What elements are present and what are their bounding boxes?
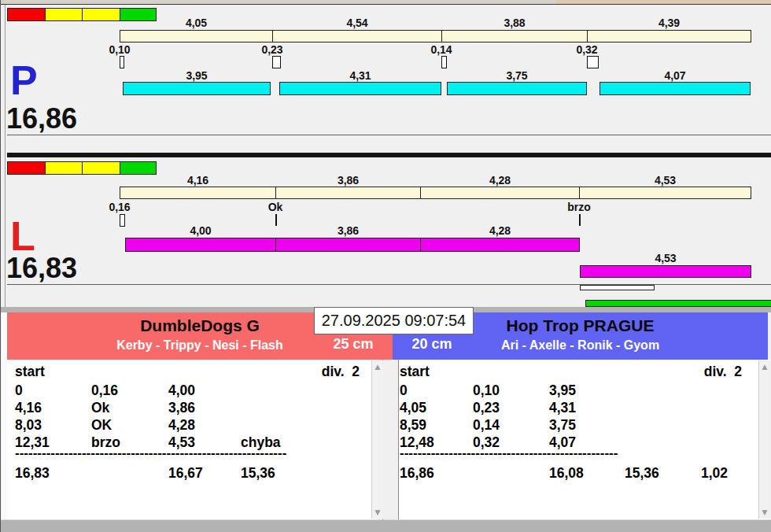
changeover-tick bbox=[579, 214, 581, 226]
changeover-time-label: brzo bbox=[544, 201, 614, 213]
jump-height-badge-right: 20 cm bbox=[408, 336, 456, 353]
changeover-time-label: Ok bbox=[240, 201, 311, 213]
split-time-label: 3,86 bbox=[313, 174, 384, 187]
scrollbar-right[interactable]: ▲ ▼ bbox=[758, 360, 770, 519]
table-cell: 4,28 bbox=[168, 417, 195, 434]
jump-height-badge-left: 25 cm bbox=[330, 336, 377, 353]
window-left-border bbox=[5, 5, 6, 307]
table-total-cell: 15,36 bbox=[241, 465, 275, 482]
run-time-label: 4,00 bbox=[165, 224, 236, 237]
split-time-label: 4,05 bbox=[161, 17, 232, 29]
run-time-bar bbox=[275, 238, 421, 252]
run-time-label: 4,28 bbox=[465, 224, 536, 237]
run-time-bar bbox=[279, 82, 441, 95]
split-time-label: 3,88 bbox=[479, 17, 550, 29]
split-time-label: 4,54 bbox=[322, 17, 393, 29]
app-window: DumbleDogs G Kerby - Trippy - Nesi - Fla… bbox=[0, 0, 771, 532]
table-cell: 4,05 bbox=[400, 400, 426, 416]
table-cell: 4,31 bbox=[549, 400, 576, 416]
opponent-split-segment bbox=[272, 30, 442, 42]
scrollbar-left[interactable]: ▲ ▼ bbox=[371, 360, 383, 519]
table-cell: 0,14 bbox=[473, 417, 500, 434]
changeover-time-label: 0,10 bbox=[84, 43, 155, 56]
table-cell: 3,75 bbox=[549, 417, 576, 434]
run-time-bar bbox=[599, 82, 751, 95]
table-cell: 0 bbox=[400, 382, 408, 399]
run-time-label: 3,75 bbox=[481, 69, 552, 82]
table-cell: 8,03 bbox=[15, 417, 42, 434]
run-time-bar bbox=[125, 238, 276, 252]
changeover-time-label: 0,23 bbox=[237, 43, 308, 56]
table-cell: OK bbox=[91, 417, 112, 434]
window-top-border bbox=[1, 4, 771, 5]
split-time-label: 4,28 bbox=[465, 174, 536, 187]
scoreboard-bottom-strip bbox=[1, 519, 771, 532]
lane-section-divider bbox=[7, 153, 771, 157]
run-time-bar bbox=[580, 265, 751, 278]
opponent-split-segment bbox=[587, 30, 751, 42]
window-left-margin bbox=[2, 307, 7, 519]
changeover-time-label: 0,14 bbox=[406, 43, 477, 56]
table-cell: 0 bbox=[15, 382, 23, 399]
table-cell: 3,86 bbox=[168, 400, 195, 416]
table-cell: 3,95 bbox=[549, 382, 576, 399]
table-total-cell: 16,08 bbox=[549, 465, 584, 482]
table-cell: 4,00 bbox=[168, 382, 195, 399]
scrollbar-down-arrow[interactable]: ▼ bbox=[759, 508, 770, 517]
changeover-box bbox=[120, 56, 124, 68]
table-total-cell: 1,02 bbox=[701, 465, 728, 482]
opponent-split-segment bbox=[120, 30, 273, 42]
table-cell: start bbox=[400, 364, 430, 380]
division-label-right: div. 2 bbox=[696, 364, 742, 380]
table-dash-line: ----------------------------------------… bbox=[400, 449, 618, 459]
split-time-label: 4,53 bbox=[630, 174, 701, 187]
division-label-left: div. 2 bbox=[314, 364, 360, 380]
run-time-label: 4,31 bbox=[325, 69, 396, 82]
table-cell: start bbox=[15, 364, 45, 380]
table-cell: 0,23 bbox=[473, 400, 500, 416]
changeover-box bbox=[441, 56, 447, 68]
changeover-box bbox=[272, 56, 281, 68]
opponent-split-segment bbox=[420, 187, 580, 199]
traffic-light-segment bbox=[120, 161, 157, 175]
lane-total: 16,86 bbox=[6, 105, 77, 133]
run-time-label: 4,07 bbox=[640, 69, 710, 82]
traffic-light-segment bbox=[45, 8, 83, 21]
timestamp-display: 27.09.2025 09:07:54 bbox=[314, 307, 474, 334]
traffic-light-segment bbox=[7, 161, 46, 175]
lane-letter: P bbox=[10, 60, 38, 101]
run-time-label: 3,86 bbox=[313, 224, 384, 237]
scrollbar-up-arrow[interactable]: ▲ bbox=[759, 362, 770, 371]
run-time-label: 4,53 bbox=[630, 252, 701, 264]
traffic-light-segment bbox=[82, 8, 120, 21]
results-list-right[interactable] bbox=[398, 360, 770, 519]
lane-baseline bbox=[7, 135, 771, 135]
traffic-light-segment bbox=[82, 161, 120, 175]
scrollbar-up-arrow[interactable]: ▲ bbox=[372, 362, 383, 371]
traffic-light-segment bbox=[7, 8, 46, 21]
opponent-split-segment bbox=[441, 30, 588, 42]
traffic-light-segment bbox=[45, 161, 83, 175]
lane-baseline bbox=[7, 284, 771, 285]
table-total-cell: 16,86 bbox=[400, 465, 434, 482]
scrollbar-down-arrow[interactable]: ▼ bbox=[372, 508, 383, 517]
table-cell: 0,10 bbox=[473, 382, 500, 399]
table-total-cell: 16,67 bbox=[168, 465, 203, 482]
white-indicator-bar bbox=[580, 285, 655, 290]
table-cell: 4,16 bbox=[15, 400, 42, 416]
changeover-box bbox=[587, 56, 599, 68]
opponent-split-segment bbox=[275, 187, 421, 199]
table-dash-line: ----------------------------------------… bbox=[15, 449, 286, 459]
traffic-light-segment bbox=[120, 8, 157, 21]
table-cell: Ok bbox=[91, 400, 109, 416]
changeover-tick bbox=[275, 214, 277, 226]
run-time-bar bbox=[420, 238, 580, 252]
run-time-bar bbox=[447, 82, 587, 95]
lane-letter: L bbox=[10, 216, 35, 257]
lane-total: 16,83 bbox=[6, 254, 77, 283]
changeover-box bbox=[120, 214, 125, 227]
changeover-time-label: 0,32 bbox=[552, 43, 622, 56]
run-time-label: 3,95 bbox=[161, 69, 232, 82]
table-cell: 0,16 bbox=[91, 382, 118, 399]
green-indicator-bar bbox=[585, 300, 771, 307]
